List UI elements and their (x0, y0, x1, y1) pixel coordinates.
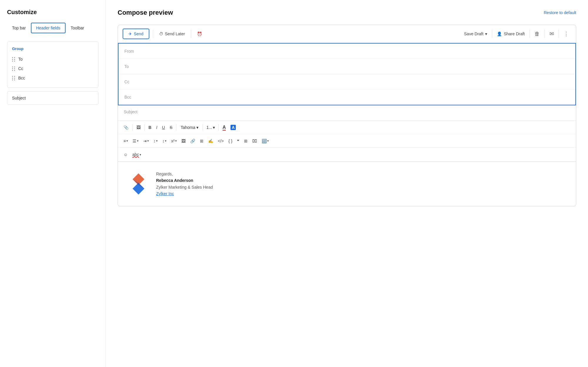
font-family-chevron: ▾ (196, 125, 198, 130)
underline-button[interactable]: U (160, 124, 167, 131)
field-bcc[interactable]: Bcc (11, 73, 95, 83)
attach-file-button[interactable]: 📎 (121, 124, 131, 131)
grid-button[interactable]: ⊞ (242, 137, 250, 145)
more-options-button[interactable]: ✉ (547, 29, 556, 39)
align-chevron: ▾ (126, 139, 128, 142)
sidebar: Customize Top bar Header fields Toolbar … (0, 0, 106, 367)
field-cc[interactable]: Cc (11, 64, 95, 73)
line-height-button[interactable]: ↕ ▾ (160, 137, 168, 145)
signature-company-link[interactable]: Zylker Inc (156, 191, 174, 196)
align-icon: ≡ (123, 139, 126, 143)
overflow-menu-button[interactable]: ⋮ (561, 29, 571, 39)
subject-row: Subject (118, 105, 576, 121)
emoji-button[interactable]: ☺ (121, 151, 130, 158)
dir-icon: ↕ (153, 139, 156, 143)
to-label: To (124, 64, 142, 69)
tab-header-fields[interactable]: Header fields (31, 23, 66, 33)
font-highlight-button[interactable]: A (228, 123, 238, 132)
more-format-button[interactable]: 🔡 ▾ (260, 137, 271, 145)
toolbar-separator-6 (559, 30, 559, 38)
image-icon: 🖼 (136, 125, 141, 130)
format-row-3: ☺ abc ▾ (118, 148, 576, 161)
drag-handle-cc (12, 67, 15, 71)
save-draft-chevron: ▾ (485, 31, 487, 36)
drag-handle-to (12, 57, 15, 62)
reminder-icon: ⏰ (197, 31, 202, 36)
subject-label: Subject (12, 96, 26, 100)
tab-top-bar[interactable]: Top bar (7, 23, 31, 33)
quote-button[interactable]: ❝ (235, 137, 241, 145)
fmt-sep-2 (144, 124, 145, 131)
superscript-icon: x² (171, 139, 175, 143)
bcc-label: Bcc (124, 95, 142, 99)
fmt-sep-1 (132, 124, 133, 131)
font-color-button[interactable]: A (220, 123, 228, 132)
toolbar-separator-5 (544, 30, 545, 38)
superscript-chevron: ▾ (175, 139, 177, 142)
signature-name: Rebecca Anderson (156, 177, 213, 184)
superscript-button[interactable]: x² ▾ (169, 137, 179, 145)
fmt-sep-5 (218, 124, 219, 131)
sidebar-title: Customize (7, 9, 98, 16)
link-button[interactable]: 🔗 (188, 137, 197, 145)
bold-button[interactable]: B (146, 124, 153, 131)
compose-toolbar: ✈ Send ⏱ Send Later ⏰ Save Draft ▾ 👤 (118, 25, 576, 43)
indent-button[interactable]: ⇥ ▾ (141, 137, 151, 145)
field-cc-label: Cc (18, 66, 23, 71)
indent-icon: ⇥ (143, 139, 147, 143)
dir-button[interactable]: ↕ ▾ (151, 137, 160, 145)
share-draft-icon: 👤 (497, 31, 502, 36)
send-button[interactable]: ✈ Send (123, 29, 149, 39)
insert-image-button[interactable]: 🖼 (179, 137, 188, 145)
align-button[interactable]: ≡ ▾ (121, 137, 130, 145)
share-draft-button[interactable]: 👤 Share Draft (495, 30, 527, 38)
clear-format-icon: ⌧ (252, 139, 257, 143)
italic-button[interactable]: I (154, 124, 159, 131)
list-button[interactable]: ☰ ▾ (131, 137, 141, 145)
signature-area: Regards, Rebecca Anderson Zylker Marketi… (118, 162, 576, 206)
restore-default-link[interactable]: Restore to default (544, 10, 576, 15)
send-later-button[interactable]: ⏱ Send Later (157, 30, 188, 38)
format-row-2: ≡ ▾ ☰ ▾ ⇥ ▾ ↕ ▾ ↕ ▾ (118, 134, 576, 148)
strikethrough-button[interactable]: S (168, 124, 174, 131)
code-button[interactable]: </> (216, 137, 226, 145)
font-highlight-icon: A (230, 125, 236, 130)
subject-field-label: Subject (124, 109, 138, 114)
code-block-button[interactable]: { } (226, 137, 234, 145)
font-size-select[interactable]: 1... ▾ (205, 124, 216, 131)
signature-button[interactable]: ✍ (206, 137, 215, 145)
bold-icon: B (148, 125, 151, 130)
signature-text: Regards, Rebecca Anderson Zylker Marketi… (156, 171, 213, 197)
font-size-value: 1... (206, 125, 212, 130)
tab-toolbar[interactable]: Toolbar (66, 23, 89, 33)
font-size-chevron: ▾ (213, 125, 215, 130)
page-title: Compose preview (118, 9, 173, 16)
attach-image-button[interactable]: 🖼 (134, 124, 143, 131)
company-logo (127, 172, 150, 196)
compose-preview: ✈ Send ⏱ Send Later ⏰ Save Draft ▾ 👤 (118, 25, 576, 206)
grid-icon: ⊞ (244, 139, 248, 143)
overflow-icon: ⋮ (564, 31, 569, 37)
line-height-chevron: ▾ (165, 139, 166, 142)
send-later-label: Send Later (165, 31, 185, 36)
clear-format-button[interactable]: ⌧ (250, 137, 259, 145)
paperclip-icon: 📎 (123, 125, 128, 130)
field-to[interactable]: To (11, 54, 95, 64)
fmt-sep-3 (176, 124, 176, 131)
save-draft-button[interactable]: Save Draft ▾ (462, 30, 490, 38)
send-label: Send (134, 31, 143, 36)
from-row: From (118, 44, 575, 59)
toolbar-separator-4 (529, 30, 530, 38)
group-label: Group (11, 47, 95, 51)
code-icon: </> (218, 139, 224, 143)
reminder-button[interactable]: ⏰ (195, 30, 204, 38)
insert-image-icon: 🖼 (181, 139, 186, 143)
spellcheck-chevron: ▾ (140, 153, 141, 156)
table-button[interactable]: ⊞ (198, 137, 206, 145)
subject-box[interactable]: Subject (7, 91, 98, 105)
share-draft-label: Share Draft (504, 31, 525, 36)
font-family-select[interactable]: Tahoma ▾ (178, 124, 201, 131)
spellcheck-button[interactable]: abc ▾ (130, 151, 143, 158)
to-row: To (118, 59, 575, 74)
delete-button[interactable]: 🗑 (532, 29, 542, 39)
